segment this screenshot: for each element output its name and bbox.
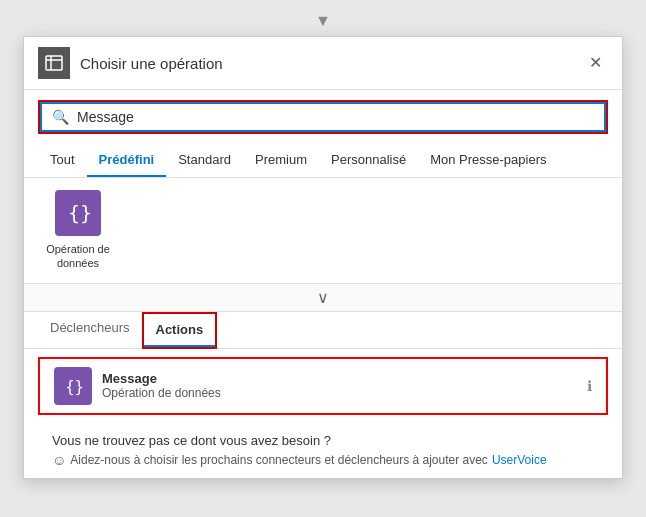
modal-title: Choisir une opération: [80, 55, 583, 72]
result-title: Message: [102, 371, 221, 386]
bottom-section: Déclencheurs Actions {} Message Opératio…: [24, 312, 622, 478]
tab-tout[interactable]: Tout: [38, 144, 87, 177]
data-operations-card[interactable]: {} Opération dedonnées: [38, 190, 118, 271]
chevron-divider[interactable]: ∨: [24, 283, 622, 312]
help-text: Aidez-nous à choisir les prochains conne…: [70, 453, 488, 467]
tab-predefini[interactable]: Prédéfini: [87, 144, 167, 177]
uservoice-link[interactable]: UserVoice: [492, 453, 547, 467]
result-info-icon[interactable]: ℹ: [587, 378, 592, 394]
result-item-icon: {}: [54, 367, 92, 405]
result-subtitle: Opération de données: [102, 386, 221, 400]
top-arrow-indicator: ▼: [315, 10, 331, 36]
tab-premium[interactable]: Premium: [243, 144, 319, 177]
not-found-section: Vous ne trouvez pas ce dont vous avez be…: [24, 423, 622, 478]
tab-personnalise[interactable]: Personnalisé: [319, 144, 418, 177]
search-icon: 🔍: [52, 109, 69, 125]
modal-header: Choisir une opération ✕: [24, 37, 622, 90]
header-icon: [38, 47, 70, 79]
result-item[interactable]: {} Message Opération de données ℹ: [38, 357, 608, 415]
smiley-icon: ☺: [52, 452, 66, 468]
help-row: ☺ Aidez-nous à choisir les prochains con…: [52, 452, 594, 468]
data-op-icon: {}: [55, 190, 101, 236]
section-body: {} Opération dedonnées: [24, 177, 622, 283]
result-text: Message Opération de données: [102, 371, 221, 400]
tab-presse-papiers[interactable]: Mon Presse-papiers: [418, 144, 558, 177]
svg-rect-0: [46, 56, 62, 70]
svg-text:{}: {}: [68, 201, 92, 225]
close-button[interactable]: ✕: [583, 51, 608, 75]
search-section: 🔍: [24, 90, 622, 144]
modal-dialog: Choisir une opération ✕ 🔍 Tout Prédéfini…: [23, 36, 623, 479]
svg-text:{}: {}: [65, 376, 84, 395]
not-found-text: Vous ne trouvez pas ce dont vous avez be…: [52, 433, 594, 448]
data-op-label: Opération dedonnées: [46, 242, 110, 271]
search-box[interactable]: 🔍: [40, 102, 606, 132]
tab-standard[interactable]: Standard: [166, 144, 243, 177]
search-box-highlight: 🔍: [38, 100, 608, 134]
search-input[interactable]: [77, 109, 594, 125]
chevron-icon: ∨: [317, 288, 329, 307]
actions-tab-highlight: Actions: [142, 312, 218, 349]
bottom-tabs-row: Déclencheurs Actions: [24, 312, 622, 349]
tab-actions[interactable]: Actions: [144, 314, 216, 347]
tab-declencheurs[interactable]: Déclencheurs: [38, 312, 142, 349]
top-tabs-row: Tout Prédéfini Standard Premium Personna…: [24, 144, 622, 177]
